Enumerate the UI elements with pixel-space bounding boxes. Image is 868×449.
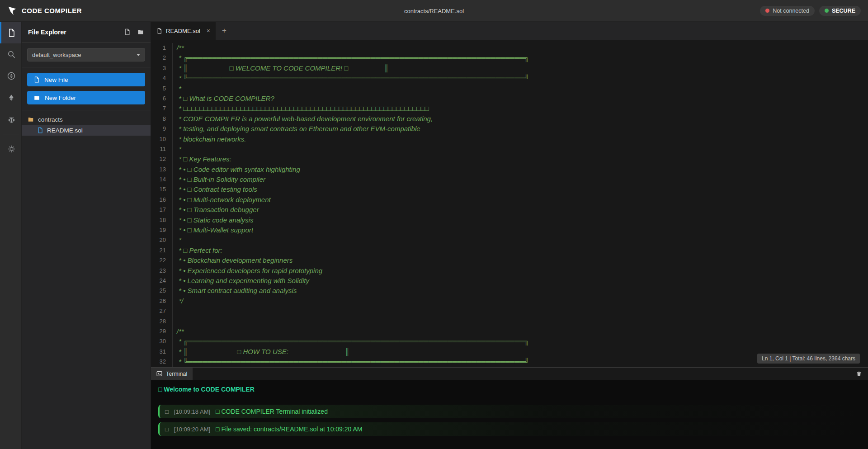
trash-icon <box>856 371 862 377</box>
new-folder-icon[interactable] <box>137 28 144 35</box>
line-text: * • □ Multi-Wallet support <box>173 225 253 235</box>
rail-compile-button[interactable] <box>0 65 21 87</box>
folder-icon <box>27 116 34 123</box>
terminal-tab[interactable]: Terminal <box>151 368 193 380</box>
line-text: * • Learning and experimenting with Soli… <box>173 276 309 286</box>
new-tab-button[interactable]: + <box>216 22 233 40</box>
code-line: 13 * • □ Code editor with syntax highlig… <box>151 165 868 175</box>
tab-label: README.sol <box>166 28 200 34</box>
terminal-output[interactable]: □ Welcome to CODE COMPILER □ [10:09:18 A… <box>151 380 868 449</box>
line-number: 6 <box>151 94 173 104</box>
code-line: 28 <box>151 317 868 326</box>
connection-dot-icon <box>765 9 769 13</box>
bug-icon <box>7 115 16 124</box>
folder-name: contracts <box>38 116 63 123</box>
line-number: 25 <box>151 286 173 296</box>
line-text: */ <box>173 296 183 306</box>
line-text: * • □ Code editor with syntax highlighti… <box>173 165 300 175</box>
line-number: 32 <box>151 357 173 367</box>
tab-readme[interactable]: README.sol × <box>151 22 216 40</box>
new-file-button[interactable]: New File <box>27 73 145 86</box>
line-text: * • Experienced developers for rapid pro… <box>173 266 322 276</box>
line-number: 10 <box>151 134 173 144</box>
line-text: * • Blockchain development beginners <box>173 255 292 265</box>
code-line: 9 * testing, and deploying smart contrac… <box>151 124 868 134</box>
rail-settings-button[interactable] <box>0 138 21 160</box>
tab-close-icon[interactable]: × <box>207 27 210 34</box>
terminal-tabstrip: Terminal <box>151 368 868 380</box>
file-icon <box>7 28 16 37</box>
line-text: /** <box>173 326 184 336</box>
line-number: 30 <box>151 336 173 346</box>
line-number: 28 <box>151 317 173 326</box>
line-number: 16 <box>151 195 173 205</box>
terminal-log-list: □ [10:09:18 AM] □ CODE COMPILER Terminal… <box>158 405 861 436</box>
line-text <box>173 306 177 316</box>
line-number: 29 <box>151 326 173 336</box>
clear-terminal-button[interactable] <box>850 368 868 380</box>
tree-folder-contracts[interactable]: contracts <box>22 114 151 125</box>
workspace-select[interactable]: default_workspace <box>27 48 145 61</box>
code-line: 30 * ╔══════════════════════════════════… <box>151 336 868 346</box>
rail-ethereum-button[interactable] <box>0 87 21 109</box>
search-icon <box>7 50 16 59</box>
code-editor[interactable]: 1 /** 2 * ╔═════════════════════════════… <box>151 40 868 367</box>
file-icon <box>33 76 40 83</box>
log-message: □ File saved: contracts/README.sol at 10… <box>216 425 362 433</box>
terminal-icon <box>156 371 162 377</box>
code-line: 25 * • Smart contract auditing and analy… <box>151 286 868 296</box>
line-number: 9 <box>151 124 173 134</box>
line-text: * <box>173 84 181 94</box>
app-title: CODE COMPILER <box>22 7 82 14</box>
top-bar: CODE COMPILER contracts/README.sol Not c… <box>0 0 868 22</box>
line-number: 3 <box>151 63 173 73</box>
code-line: 8 * CODE COMPILER is a powerful web-base… <box>151 114 868 124</box>
cursor-status-badge: Ln 1, Col 1 | Total: 46 lines, 2364 char… <box>757 354 860 364</box>
terminal-welcome-line: □ Welcome to CODE COMPILER <box>158 386 861 393</box>
line-text: * testing, and deploying smart contracts… <box>173 124 420 134</box>
line-text: * ╚═════════════════════════════════════… <box>173 357 529 367</box>
new-folder-button[interactable]: New Folder <box>27 91 145 104</box>
activity-rail <box>0 22 22 449</box>
new-file-icon[interactable] <box>124 28 131 35</box>
code-line: 10 * blockchain networks. <box>151 134 868 144</box>
rail-files-button[interactable] <box>0 22 21 43</box>
line-text: /** <box>173 43 184 53</box>
line-text: * • □ Multi-network deployment <box>173 195 271 205</box>
secure-label: SECURE <box>832 8 855 14</box>
code-line: 7 * □□□□□□□□□□□□□□□□□□□□□□□□□□□□□□□□□□□□… <box>151 104 868 113</box>
tree-file-readme[interactable]: README.sol <box>22 125 151 136</box>
code-line: 12 * □ Key Features: <box>151 154 868 164</box>
line-text: * CODE COMPILER is a powerful web-based … <box>173 114 433 124</box>
line-text: * ║ □ HOW TO USE: ║ <box>173 347 350 357</box>
line-number: 12 <box>151 154 173 164</box>
line-number: 19 <box>151 225 173 235</box>
line-text: * ╔═════════════════════════════════════… <box>173 53 529 63</box>
line-text: * <box>173 144 181 154</box>
line-number: 15 <box>151 184 173 194</box>
code-line: 26 */ <box>151 296 868 306</box>
rail-search-button[interactable] <box>0 43 21 65</box>
file-explorer-panel: File Explorer default_workspace <box>22 22 151 449</box>
gear-icon <box>7 145 16 153</box>
terminal-divider <box>158 399 861 399</box>
code-line: 17 * • □ Transaction debugger <box>151 205 868 215</box>
code-line: 27 <box>151 306 868 316</box>
line-number: 8 <box>151 114 173 124</box>
code-line: 24 * • Learning and experimenting with S… <box>151 276 868 286</box>
rail-debug-button[interactable] <box>0 109 21 130</box>
terminal-panel: Terminal □ Welcome to CODE COMPILER <box>151 367 868 449</box>
line-number: 24 <box>151 276 173 286</box>
brand: CODE COMPILER <box>7 6 82 16</box>
file-icon <box>37 127 43 133</box>
line-text: * □□□□□□□□□□□□□□□□□□□□□□□□□□□□□□□□□□□□□□… <box>173 104 429 113</box>
log-prefix-icon: □ <box>165 426 169 433</box>
line-number: 11 <box>151 144 173 154</box>
line-number: 4 <box>151 73 173 83</box>
line-number: 26 <box>151 296 173 306</box>
log-prefix-icon: □ <box>165 408 169 415</box>
ethereum-icon <box>8 93 15 102</box>
code-line: 2 * ╔═══════════════════════════════════… <box>151 53 868 63</box>
log-timestamp: [10:09:20 AM] <box>174 426 210 433</box>
code-line: 20 * <box>151 235 868 245</box>
